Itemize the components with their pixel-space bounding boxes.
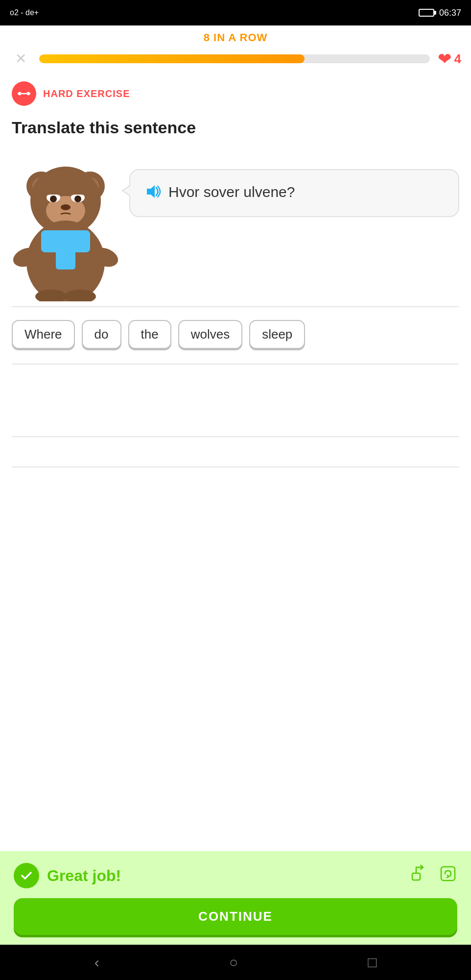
bear-character (12, 154, 119, 292)
word-token-do[interactable]: do (82, 320, 121, 349)
svg-point-19 (61, 204, 71, 210)
word-tokens-area: Where do the wolves sleep (0, 312, 471, 359)
main-content: 8 IN A ROW ✕ ❤ 4 (0, 25, 471, 851)
word-token-wolves[interactable]: wolves (178, 320, 242, 349)
word-token-sleep[interactable]: sleep (249, 320, 305, 349)
nav-bar: ‹ ○ □ (0, 945, 471, 980)
great-job-label: Great job! (47, 867, 121, 885)
svg-point-18 (74, 196, 81, 202)
hard-exercise-label: HARD EXERCISE (43, 88, 130, 99)
word-token-where[interactable]: Where (12, 320, 75, 349)
hard-exercise-icon (12, 81, 36, 106)
nav-back-icon[interactable]: ‹ (94, 954, 99, 971)
streak-header: 8 IN A ROW (0, 25, 471, 46)
close-icon: ✕ (15, 52, 26, 66)
continue-button[interactable]: CONTINUE (14, 898, 457, 935)
svg-rect-22 (56, 230, 75, 270)
battery-icon (419, 9, 434, 17)
progress-area: ✕ ❤ 4 (0, 46, 471, 77)
progress-bar (39, 54, 430, 63)
time-text: 06:37 (439, 8, 461, 18)
instruction-text: Translate this sentence (0, 114, 471, 149)
hard-exercise-area: HARD EXERCISE (0, 77, 471, 114)
answer-area (0, 369, 471, 428)
nav-home-icon[interactable]: ○ (229, 954, 238, 971)
word-token-the[interactable]: the (128, 320, 171, 349)
instruction-label: Translate this sentence (12, 118, 196, 137)
svg-rect-8 (29, 93, 30, 95)
svg-rect-5 (19, 92, 21, 96)
success-footer: Great job! CONTINUE (0, 851, 471, 945)
status-bar-right: 06:37 (419, 8, 461, 18)
success-left: Great job! (14, 863, 121, 888)
success-top: Great job! (14, 863, 457, 888)
character-area: Hvor sover ulvene? (0, 149, 471, 301)
svg-rect-7 (18, 93, 19, 95)
nav-recent-icon[interactable]: □ (368, 954, 377, 971)
dumbbell-icon (17, 87, 31, 100)
check-circle (14, 863, 39, 888)
speech-bubble: Hvor sover ulvene? (129, 169, 459, 217)
answer-words (12, 377, 459, 387)
svg-point-17 (50, 196, 57, 202)
answer-line-1 (12, 436, 459, 437)
close-button[interactable]: ✕ (10, 48, 31, 70)
svg-rect-28 (412, 873, 420, 880)
bubble-text: Hvor sover ulvene? (168, 182, 295, 202)
answer-line-2 (12, 466, 459, 467)
bottom-lines-area (0, 428, 471, 472)
streak-label: 8 IN A ROW (204, 31, 268, 44)
success-actions (410, 864, 457, 887)
retry-icon[interactable] (439, 864, 457, 887)
divider-mid (12, 364, 459, 365)
speaker-icon[interactable] (144, 183, 162, 204)
svg-rect-4 (21, 93, 27, 94)
progress-bar-fill (39, 54, 305, 63)
status-bar: o2 - de+ 06:37 (0, 0, 471, 25)
heart-icon: ❤ (438, 49, 451, 69)
svg-rect-29 (441, 867, 455, 881)
share-icon[interactable] (410, 864, 429, 887)
bubble-content: Hvor sover ulvene? (144, 182, 445, 204)
carrier-text: o2 - de+ (10, 8, 39, 17)
hearts-count: 4 (454, 51, 461, 67)
divider-top (12, 306, 459, 307)
svg-marker-27 (147, 185, 155, 198)
svg-rect-6 (27, 92, 29, 96)
hearts-area: ❤ 4 (438, 49, 461, 69)
